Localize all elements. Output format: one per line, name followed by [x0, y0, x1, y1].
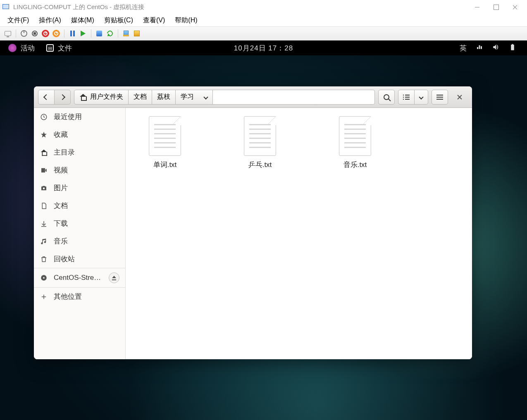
- sidebar-item-label: 图片: [54, 183, 68, 193]
- tb-shutdown-button[interactable]: [41, 29, 50, 38]
- file-label: 乒乓.txt: [248, 160, 272, 169]
- activities-icon: [8, 44, 17, 52]
- svg-point-3: [43, 277, 45, 279]
- nav-back-button[interactable]: [38, 90, 55, 105]
- sidebar-item-label: CentOS-Stre…: [54, 274, 101, 282]
- tb-start-button[interactable]: [19, 29, 29, 38]
- home-icon: [79, 94, 87, 100]
- sidebar-item-label: 主目录: [54, 148, 75, 157]
- pathbar: 用户文件夹 文档 荔枝 学习: [74, 90, 375, 105]
- text-file-icon: [149, 116, 181, 156]
- sidebar-item-recent[interactable]: 最近使用: [34, 108, 125, 126]
- tb-turnoff-button[interactable]: [30, 29, 39, 38]
- sidebar-item-label: 最近使用: [54, 112, 82, 122]
- sidebar-item-label: 音乐: [54, 236, 68, 246]
- battery-icon[interactable]: [509, 43, 516, 53]
- file-item[interactable]: 音乐.txt: [328, 116, 382, 169]
- location-entry[interactable]: [213, 90, 375, 105]
- tb-share-button[interactable]: [132, 29, 141, 38]
- host-menu-clipboard[interactable]: 剪贴板(C): [100, 15, 137, 26]
- desktop-wallpaper: 用户文件夹 文档 荔枝 学习 最近使用 收藏 主目录: [0, 55, 527, 420]
- sidebar-item-pictures[interactable]: 图片: [34, 179, 125, 197]
- nav-forward-button[interactable]: [54, 90, 71, 105]
- tb-ctrl-alt-del-button[interactable]: [3, 29, 12, 38]
- search-button[interactable]: [378, 90, 395, 105]
- activities-button[interactable]: 活动: [2, 41, 41, 55]
- path-seg-1-label: 文档: [134, 93, 147, 101]
- activities-label: 活动: [21, 43, 35, 53]
- appmenu-label: 文件: [58, 43, 72, 53]
- sidebar-item-label: 文档: [54, 201, 68, 210]
- host-menu-file[interactable]: 文件(F): [3, 15, 33, 26]
- sidebar-item-starred[interactable]: 收藏: [34, 126, 125, 143]
- file-label: 单词.txt: [153, 160, 177, 169]
- path-seg-3[interactable]: 学习: [175, 90, 213, 105]
- sidebar-item-other[interactable]: 其他位置: [34, 288, 125, 305]
- host-menu-view[interactable]: 查看(V): [139, 15, 169, 26]
- sidebar-item-music[interactable]: 音乐: [34, 232, 125, 250]
- sidebar-item-trash[interactable]: 回收站: [34, 250, 125, 268]
- svg-point-1: [43, 187, 45, 189]
- host-window-title: LINGLING-COMPUT 上的 CentOs - 虚拟机连接: [13, 3, 144, 11]
- clock-icon: [40, 113, 48, 121]
- file-item[interactable]: 乒乓.txt: [233, 116, 287, 169]
- tb-enhanced-session-button[interactable]: [122, 29, 131, 38]
- star-icon: [40, 131, 48, 138]
- chevron-down-icon: [203, 95, 208, 99]
- sidebar-item-label: 其他位置: [54, 292, 82, 301]
- eject-button[interactable]: [109, 272, 119, 283]
- host-menubar: 文件(F) 操作(A) 媒体(M) 剪贴板(C) 查看(V) 帮助(H): [0, 14, 527, 26]
- file-item[interactable]: 单词.txt: [138, 116, 192, 169]
- path-seg-2-label: 荔枝: [157, 93, 170, 101]
- sidebar-item-documents[interactable]: 文档: [34, 197, 125, 215]
- download-icon: [40, 220, 48, 227]
- menu-icon: [436, 95, 443, 100]
- path-seg-1[interactable]: 文档: [128, 90, 152, 105]
- host-menu-help[interactable]: 帮助(H): [171, 15, 201, 26]
- path-home[interactable]: 用户文件夹: [74, 90, 129, 105]
- trash-icon: [40, 255, 48, 263]
- sidebar-item-label: 下载: [54, 219, 68, 228]
- files-headerbar: 用户文件夹 文档 荔枝 学习: [34, 86, 472, 108]
- view-list-button[interactable]: [398, 90, 415, 105]
- sidebar-item-videos[interactable]: 视频: [34, 161, 125, 179]
- sidebar-item-downloads[interactable]: 下载: [34, 215, 125, 232]
- guest-display: 活动 ▤ 文件 10月24日 17：28 英: [0, 41, 527, 420]
- host-menu-action[interactable]: 操作(A): [35, 15, 65, 26]
- tb-save-button[interactable]: [52, 29, 61, 38]
- sidebar-item-label: 收藏: [54, 130, 68, 139]
- clock[interactable]: 10月24日 17：28: [234, 43, 293, 53]
- files-window: 用户文件夹 文档 荔枝 学习 最近使用 收藏 主目录: [34, 86, 472, 359]
- host-toolbar: [0, 26, 527, 41]
- window-close-button[interactable]: [451, 90, 468, 105]
- sidebar-item-media[interactable]: CentOS-Stre…: [34, 268, 125, 287]
- files-content[interactable]: 单词.txt 乒乓.txt 音乐.txt: [126, 108, 472, 359]
- chevron-down-icon: [419, 95, 423, 99]
- host-menu-media[interactable]: 媒体(M): [67, 15, 98, 26]
- path-home-label: 用户文件夹: [90, 93, 123, 101]
- sidebar-item-home[interactable]: 主目录: [34, 143, 125, 161]
- files-app-icon: ▤: [46, 44, 54, 52]
- tb-pause-button[interactable]: [68, 29, 77, 38]
- sidebar-item-label: 视频: [54, 165, 68, 175]
- close-icon: [457, 94, 463, 100]
- search-icon: [384, 94, 389, 100]
- tb-reset-button[interactable]: [79, 29, 88, 38]
- hamburger-menu-button[interactable]: [432, 90, 448, 105]
- volume-icon[interactable]: [492, 43, 500, 53]
- document-icon: [40, 202, 48, 210]
- disc-icon: [40, 274, 48, 282]
- view-options-button[interactable]: [414, 90, 428, 105]
- list-view-icon: [403, 95, 410, 100]
- host-maximize-button[interactable]: [486, 0, 506, 14]
- path-seg-2[interactable]: 荔枝: [152, 90, 176, 105]
- music-icon: [40, 238, 48, 245]
- tb-revert-button[interactable]: [105, 29, 114, 38]
- video-icon: [40, 167, 48, 174]
- tb-checkpoint-button[interactable]: [95, 29, 104, 38]
- ime-indicator[interactable]: 英: [460, 43, 467, 53]
- host-minimize-button[interactable]: [467, 0, 486, 14]
- host-close-button[interactable]: [506, 0, 525, 14]
- appmenu-button[interactable]: ▤ 文件: [41, 41, 78, 55]
- network-icon[interactable]: [476, 43, 483, 53]
